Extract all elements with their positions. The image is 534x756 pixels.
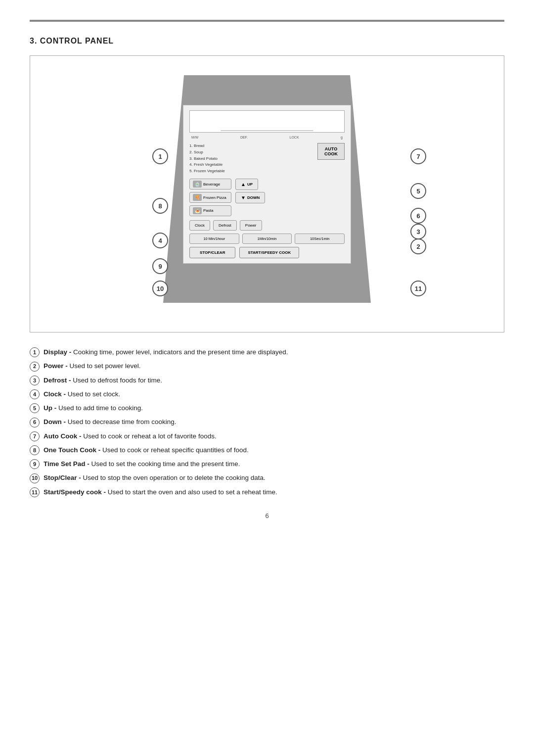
desc-bold-6: Down - Used to decrease time from cookin… <box>44 417 177 427</box>
desc-item-7: 7 Auto Cook - Used to cook or reheat a l… <box>30 431 504 441</box>
desc-item-5: 5 Up - Used to add time to cooking. <box>30 403 504 413</box>
frozen-pizza-button[interactable]: 🍕 Frozen Pizza <box>189 192 231 203</box>
defrost-button[interactable]: Defrost <box>213 220 237 231</box>
desc-item-1: 1 Display - Cooking time, power level, i… <box>30 347 504 357</box>
pasta-icon: 🍝 <box>193 207 202 214</box>
callout-3: 3 <box>410 224 426 239</box>
callout-10: 10 <box>152 281 168 296</box>
desc-num-1: 1 <box>30 347 40 357</box>
callout-6: 6 <box>410 208 426 224</box>
callout-8: 8 <box>152 198 168 214</box>
callout-1: 1 <box>152 148 168 164</box>
clock-defrost-power-row: Clock Defrost Power <box>189 220 345 231</box>
callout-9: 9 <box>152 258 168 274</box>
control-area: M/W DEF. LOCK g 1. Bread 2. Soup 3. Bake… <box>183 105 351 264</box>
autocook-item-5: 5. Frozen Vegetable <box>189 168 225 175</box>
desc-bold-4: Clock - Used to set clock. <box>44 389 120 399</box>
indicator-mw: M/W <box>191 136 198 139</box>
top-border <box>30 20 504 22</box>
callout-4: 4 <box>152 233 168 248</box>
microwave-wrapper: 1 8 4 9 10 7 5 6 3 <box>94 75 440 313</box>
callout-2: 2 <box>410 238 426 254</box>
autocook-item-1: 1. Bread <box>189 143 225 149</box>
clock-button[interactable]: Clock <box>189 220 210 231</box>
desc-item-10: 10 Stop/Clear - Used to stop the oven op… <box>30 473 504 483</box>
frozen-pizza-icon: 🍕 <box>193 194 202 201</box>
down-button[interactable]: ▼ DOWN <box>235 192 265 203</box>
description-list: 1 Display - Cooking time, power level, i… <box>30 347 504 497</box>
panel-box: 1 8 4 9 10 7 5 6 3 <box>30 55 504 332</box>
time-1min-button[interactable]: 1Min/10min <box>242 234 292 244</box>
desc-num-9: 9 <box>30 459 40 469</box>
display-indicators: M/W DEF. LOCK g <box>189 136 345 139</box>
indicator-lock: LOCK <box>290 136 299 139</box>
callout-5: 5 <box>410 183 426 199</box>
desc-item-9: 9 Time Set Pad - Used to set the cooking… <box>30 459 504 469</box>
callout-7: 7 <box>410 148 426 164</box>
desc-num-3: 3 <box>30 376 40 385</box>
desc-num-10: 10 <box>30 473 40 483</box>
stop-clear-button[interactable]: STOP/CLEAR <box>189 247 235 258</box>
desc-num-2: 2 <box>30 362 40 372</box>
pasta-button[interactable]: 🍝 Pasta <box>189 205 231 216</box>
desc-bold-2: Power - Used to set power level. <box>44 361 141 371</box>
desc-bold-10: Stop/Clear - Used to stop the oven opera… <box>44 473 266 483</box>
desc-num-7: 7 <box>30 431 40 441</box>
beverage-icon: 🍵 <box>193 181 202 188</box>
desc-num-6: 6 <box>30 418 40 427</box>
time-10sec-button[interactable]: 10Sec/1min <box>295 234 345 244</box>
indicator-g: g <box>341 136 343 139</box>
autocook-item-4: 4. Fresh Vegetable <box>189 162 225 168</box>
desc-item-11: 11 Start/Speedy cook - Used to start the… <box>30 487 504 497</box>
time-set-row: 10 Min/1hour 1Min/10min 10Sec/1min <box>189 234 345 244</box>
beverage-button[interactable]: 🍵 Beverage <box>189 179 231 189</box>
desc-item-6: 6 Down - Used to decrease time from cook… <box>30 417 504 427</box>
page-number: 6 <box>30 512 504 520</box>
desc-num-11: 11 <box>30 487 40 497</box>
desc-bold-3: Defrost - Used to defrost foods for time… <box>44 376 162 385</box>
up-button[interactable]: ▲ UP <box>235 179 258 190</box>
desc-item-3: 3 Defrost - Used to defrost foods for ti… <box>30 376 504 385</box>
autocook-list: 1. Bread 2. Soup 3. Baked Potato 4. Fres… <box>189 143 225 175</box>
auto-cook-button[interactable]: AUTO COOK <box>317 143 345 160</box>
desc-item-4: 4 Clock - Used to set clock. <box>30 389 504 399</box>
frozenpizza-down-row: 🍕 Frozen Pizza ▼ DOWN <box>189 192 345 203</box>
desc-item-2: 2 Power - Used to set power level. <box>30 361 504 371</box>
display-screen <box>189 110 345 133</box>
pasta-row: 🍝 Pasta <box>189 205 345 216</box>
desc-bold-9: Time Set Pad - Used to set the cooking t… <box>44 459 240 469</box>
desc-num-5: 5 <box>30 403 40 413</box>
desc-bold-8: One Touch Cook - Used to cook or reheat … <box>44 445 249 455</box>
desc-bold-1: Display - Cooking time, power level, ind… <box>44 347 288 357</box>
desc-num-4: 4 <box>30 389 40 399</box>
callout-11: 11 <box>410 281 426 296</box>
indicator-def: DEF. <box>240 136 248 139</box>
section-title: 3. CONTROL PANEL <box>30 37 504 46</box>
desc-item-8: 8 One Touch Cook - Used to cook or rehea… <box>30 445 504 455</box>
desc-bold-7: Auto Cook - Used to cook or reheat a lot… <box>44 431 217 441</box>
desc-num-8: 8 <box>30 445 40 455</box>
power-button[interactable]: Power <box>240 220 262 231</box>
beverage-up-row: 🍵 Beverage ▲ UP <box>189 179 345 190</box>
desc-bold-11: Start/Speedy cook - Used to start the ov… <box>44 487 277 497</box>
autocook-row: 1. Bread 2. Soup 3. Baked Potato 4. Fres… <box>189 143 345 175</box>
autocook-item-2: 2. Soup <box>189 149 225 156</box>
stop-start-row: STOP/CLEAR START/SPEEDY COOK <box>189 247 345 258</box>
desc-bold-5: Up - Used to add time to cooking. <box>44 403 143 413</box>
autocook-item-3: 3. Baked Potato <box>189 156 225 162</box>
time-10min-button[interactable]: 10 Min/1hour <box>189 234 239 244</box>
start-speedy-button[interactable]: START/SPEEDY COOK <box>239 247 299 258</box>
